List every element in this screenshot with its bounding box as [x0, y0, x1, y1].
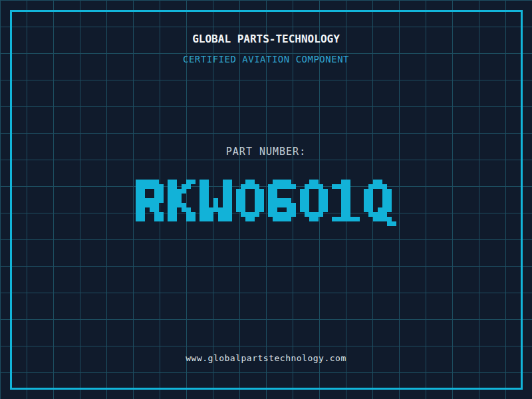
company-title: GLOBAL PARTS-TECHNOLOGY: [0, 33, 532, 45]
certificate-page: GLOBAL PARTS-TECHNOLOGY CERTIFIED AVIATI…: [0, 0, 532, 399]
part-number-display: [0, 180, 532, 221]
website-url: www.globalpartstechnology.com: [0, 353, 532, 363]
part-number-label: PART NUMBER:: [0, 146, 532, 158]
certification-subtitle: CERTIFIED AVIATION COMPONENT: [0, 54, 532, 65]
